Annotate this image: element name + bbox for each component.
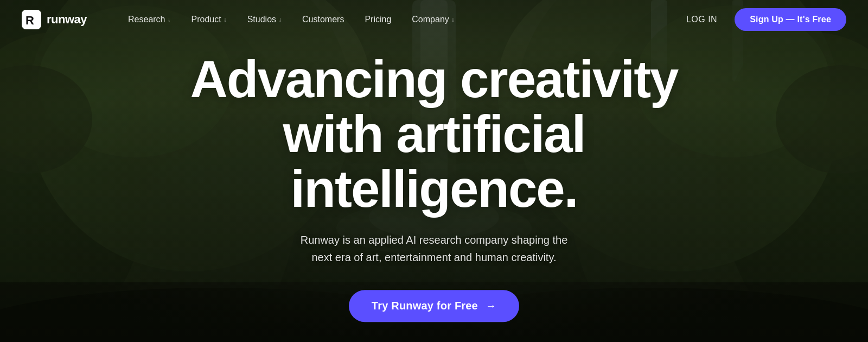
navbar: R runway Research ↓ Product ↓ Studios ↓ …	[0, 0, 868, 39]
nav-item-product[interactable]: Product ↓	[183, 10, 235, 29]
arrow-icon: →	[486, 300, 496, 313]
svg-text:R: R	[25, 14, 34, 27]
chevron-down-icon: ↓	[168, 16, 171, 23]
nav-links: Research ↓ Product ↓ Studios ↓ Customers…	[119, 10, 678, 29]
hero-content: Advancing creativity with artificial int…	[136, 52, 732, 322]
nav-item-pricing[interactable]: Pricing	[356, 10, 400, 29]
nav-item-customers[interactable]: Customers	[293, 10, 353, 29]
logo-link[interactable]: R runway	[22, 10, 87, 29]
nav-item-studios[interactable]: Studios ↓	[239, 10, 290, 29]
hero-subtitle: Runway is an applied AI research company…	[136, 232, 732, 267]
login-button[interactable]: LOG IN	[678, 10, 726, 29]
signup-button[interactable]: Sign Up — It's Free	[735, 8, 846, 31]
chevron-down-icon: ↓	[224, 16, 227, 23]
chevron-down-icon: ↓	[451, 16, 455, 23]
hero-title: Advancing creativity with artificial int…	[136, 52, 732, 216]
nav-item-research[interactable]: Research ↓	[119, 10, 179, 29]
chevron-down-icon: ↓	[278, 16, 282, 23]
nav-right: LOG IN Sign Up — It's Free	[678, 8, 846, 31]
cta-button[interactable]: Try Runway for Free →	[349, 290, 519, 322]
logo-text: runway	[47, 12, 87, 27]
nav-item-company[interactable]: Company ↓	[403, 10, 463, 29]
runway-logo-icon: R	[22, 10, 41, 29]
